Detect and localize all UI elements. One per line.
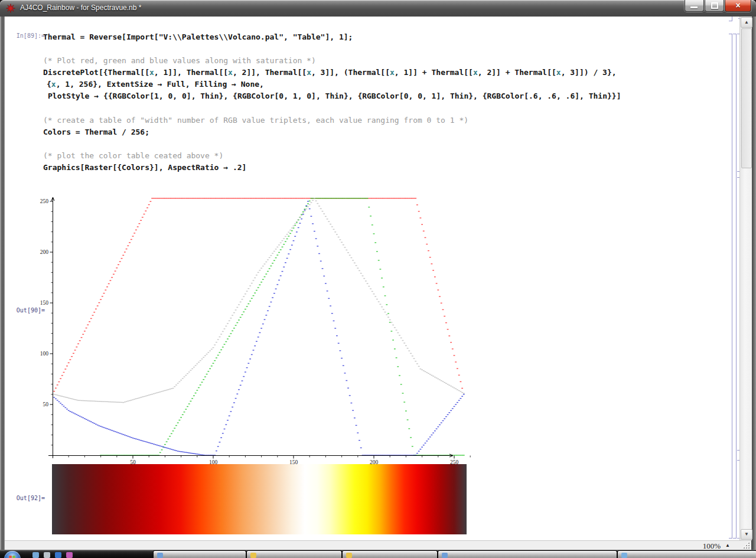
taskbar-window-button[interactable] — [153, 550, 246, 558]
code-text: DiscretePlot[{Thermal[[ — [43, 68, 149, 77]
taskbar-app-icon — [442, 553, 448, 558]
taskbar-window-button[interactable] — [438, 550, 617, 558]
maximize-button[interactable] — [705, 0, 724, 12]
taskbar-window-button[interactable] — [617, 550, 756, 558]
windows-logo-icon — [9, 556, 15, 558]
code-line[interactable]: Colors = Thermal / 256; — [43, 128, 149, 136]
code-text: , 2]], Thermal[[ — [233, 68, 307, 77]
taskbar-app-icon — [157, 553, 163, 558]
code-text: x — [390, 68, 395, 77]
close-button[interactable]: × — [725, 0, 751, 12]
vertical-scrollbar[interactable]: ▲ ▼ — [739, 17, 752, 540]
code-text: x — [51, 80, 56, 89]
code-text: x — [149, 68, 154, 77]
scroll-down-icon: ▼ — [744, 531, 749, 537]
svg-text:200: 200 — [40, 249, 49, 255]
minimize-icon — [690, 6, 698, 8]
code-line[interactable]: {x, 1, 256}, ExtentSize → Full, Filling … — [47, 80, 264, 89]
code-text: Graphics[Raster[{Colors}], AspectRatio →… — [43, 163, 246, 172]
code-text: Colors = Thermal / 256; — [43, 128, 149, 136]
scrollbar-thumb[interactable] — [741, 28, 752, 168]
code-text: x — [228, 68, 233, 77]
taskbar-app-icon — [621, 553, 627, 558]
start-button[interactable] — [4, 551, 21, 558]
maximize-icon — [711, 2, 718, 9]
taskbar-window-button[interactable] — [342, 550, 438, 558]
quicklaunch-icon[interactable] — [55, 552, 61, 558]
window-title: AJ4CO_Rainbow - for Spectravue.nb * — [20, 0, 141, 16]
color-raster-output — [52, 464, 467, 534]
code-comment: (* plot the color table ceated above *) — [43, 151, 223, 160]
magnification-menu-icon[interactable]: ▲ — [725, 543, 730, 548]
notebook-content[interactable]: In[89]:= Thermal = Reverse[Import["V:\\P… — [5, 17, 739, 540]
quicklaunch-icon[interactable] — [44, 552, 50, 558]
cell-bracket[interactable] — [728, 34, 732, 539]
scroll-down-button[interactable]: ▼ — [741, 529, 752, 540]
code-text: , 1]] + Thermal[[ — [395, 68, 473, 77]
code-text: , 2]] + Thermal[[ — [478, 68, 556, 77]
code-text: , 1, 256}, ExtentSize → Full, Filling → … — [56, 80, 264, 89]
taskbar[interactable] — [0, 550, 756, 558]
mathematica-app-icon — [6, 4, 15, 13]
in-label: In[89]:= — [5, 32, 45, 39]
code-line[interactable]: DiscretePlot[{Thermal[[x, 1]], Thermal[[… — [43, 68, 617, 77]
code-comment: (* Plot red, green and blue values along… — [43, 56, 316, 65]
code-line[interactable]: (* plot the color table ceated above *) — [43, 151, 223, 160]
code-text: , 3]], (Thermal[[ — [311, 68, 390, 77]
code-text: x — [307, 68, 311, 77]
code-text: , 3]]) / 3}, — [561, 68, 617, 77]
minimize-button[interactable] — [685, 0, 704, 12]
code-text: x — [473, 68, 478, 77]
code-line[interactable]: Graphics[Raster[{Colors}], AspectRatio →… — [43, 163, 246, 172]
svg-text:100: 100 — [40, 351, 49, 357]
window-border-right[interactable] — [751, 17, 756, 550]
code-text: { — [47, 80, 51, 89]
quicklaunch-icon[interactable] — [66, 552, 73, 558]
svg-text:50: 50 — [43, 402, 49, 407]
svg-text:250: 250 — [40, 198, 49, 204]
scroll-up-button[interactable]: ▲ — [741, 17, 752, 28]
titlebar[interactable]: AJ4CO_Rainbow - for Spectravue.nb * × — [0, 0, 756, 17]
code-line[interactable]: (* create a table of "width" number of R… — [43, 116, 468, 125]
code-comment: (* create a table of "width" number of R… — [43, 116, 468, 125]
code-line[interactable]: PlotStyle → {{RGBColor[1, 0, 0], Thin}, … — [48, 92, 621, 100]
code-line[interactable]: Thermal = Reverse[Import["V:\\Palettes\\… — [43, 32, 353, 41]
status-bar: 100% ▲ — [5, 540, 751, 550]
taskbar-app-icon — [250, 553, 256, 558]
scroll-up-icon: ▲ — [744, 19, 749, 25]
window-border-left[interactable] — [0, 17, 5, 550]
out92-label: Out[92]= — [5, 495, 45, 501]
taskbar-window-button[interactable] — [246, 550, 342, 558]
code-line[interactable]: (* Plot red, green and blue values along… — [43, 56, 316, 65]
close-icon: × — [725, 0, 751, 11]
taskbar-app-icon — [346, 553, 352, 558]
discreteplot-output: 5010015020025050100150200250 — [24, 194, 483, 468]
code-text: PlotStyle → {{RGBColor[1, 0, 0], Thin}, … — [48, 92, 621, 100]
quicklaunch-icon[interactable] — [32, 552, 39, 558]
desktop: AJ4CO_Rainbow - for Spectravue.nb * × In… — [0, 0, 756, 558]
cell-bracket[interactable] — [732, 34, 737, 539]
cell-bracket[interactable] — [728, 17, 732, 21]
code-text: x — [556, 68, 561, 77]
code-text: Thermal = Reverse[Import["V:\\Palettes\\… — [43, 32, 353, 41]
code-text: , 1]], Thermal[[ — [154, 68, 228, 77]
resize-grip[interactable] — [744, 543, 750, 549]
svg-text:150: 150 — [40, 300, 49, 306]
